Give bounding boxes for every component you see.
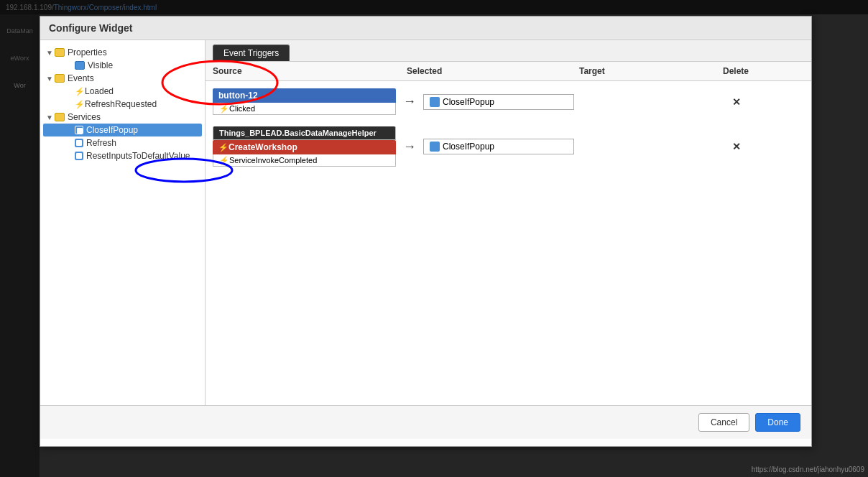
tree-label-refreshrequested: RefreshRequested: [85, 99, 157, 109]
source-header-things: Things_BPLEAD.BasicDataManageHelper: [213, 126, 396, 140]
folder-icon-properties: [55, 48, 65, 57]
event-group-2: Things_BPLEAD.BasicDataManageHelper ⚡ Cr…: [213, 126, 804, 167]
service-icon-closeifpopup: [75, 126, 83, 134]
tree-item-events[interactable]: ▼ Events: [43, 72, 202, 85]
source-box-1: button-12 ⚡ Clicked: [213, 88, 396, 115]
arrow-1: →: [403, 94, 416, 109]
selected-value-1: CloseIfPopup: [443, 97, 494, 107]
configure-widget-modal: Configure Widget ▼ Properties Visible ▼: [40, 16, 812, 447]
expander-events: ▼: [46, 75, 53, 83]
source-event-createworkshop: ⚡ CreateWorkshop: [213, 140, 396, 154]
tree-label-loaded: Loaded: [85, 86, 114, 96]
source-event-clicked: Clicked: [229, 104, 255, 113]
tree-label-events: Events: [68, 73, 94, 83]
tree-label-refresh-svc: Refresh: [86, 138, 116, 148]
tab-event-triggers[interactable]: Event Triggers: [213, 45, 290, 61]
event-row-2: Things_BPLEAD.BasicDataManageHelper ⚡ Cr…: [213, 126, 804, 167]
selected-value-2: CloseIfPopup: [443, 142, 494, 152]
service-icon-resetinputs: [75, 152, 83, 160]
event-row-1: button-12 ⚡ Clicked → CloseIfPopup: [213, 88, 804, 115]
table-header: Source Selected Target Delete: [206, 62, 811, 81]
tree-label-properties: Properties: [68, 47, 107, 57]
arrow-2: →: [403, 139, 416, 154]
modal-title: Configure Widget: [40, 17, 811, 40]
tree-label-resetinputs: ResetInputsToDefaultValue: [86, 151, 190, 161]
tree-label-visible: Visible: [88, 60, 113, 70]
expander-properties: ▼: [46, 49, 53, 57]
lightning-icon-loaded: ⚡: [75, 87, 82, 96]
tab-bar: Event Triggers: [206, 40, 811, 62]
source-event-serviceinvoke: ServiceInvokeCompleted: [229, 156, 317, 165]
selected-icon-2: [430, 142, 440, 152]
tree-item-refreshrequested[interactable]: ⚡ RefreshRequested: [43, 98, 202, 111]
content-panel: Event Triggers Source Selected Target De…: [206, 40, 811, 405]
lightning-icon-serviceinvoke: ⚡: [219, 156, 226, 165]
col-header-selected: Selected: [407, 66, 579, 76]
modal-footer: Cancel Done: [40, 405, 811, 439]
tree-panel: ▼ Properties Visible ▼ Events ⚡ Loaded: [40, 40, 206, 405]
col-header-target: Target: [579, 66, 723, 76]
tree-item-services[interactable]: ▼ Services: [43, 111, 202, 124]
tree-label-closeifpopup: CloseIfPopup: [86, 125, 138, 135]
cancel-button[interactable]: Cancel: [698, 413, 749, 432]
tree-item-visible[interactable]: Visible: [43, 59, 202, 72]
leaf-icon-visible: [75, 61, 85, 70]
delete-btn-2[interactable]: ✕: [732, 141, 741, 152]
source-sub-serviceinvoke: ⚡ ServiceInvokeCompleted: [213, 154, 396, 167]
selected-icon-1: [430, 97, 440, 107]
tree-item-loaded[interactable]: ⚡ Loaded: [43, 85, 202, 98]
col-header-source: Source: [213, 66, 407, 76]
tree-item-properties[interactable]: ▼ Properties: [43, 46, 202, 59]
source-box-2: Things_BPLEAD.BasicDataManageHelper ⚡ Cr…: [213, 126, 396, 167]
col-header-delete: Delete: [723, 66, 804, 76]
selected-box-2[interactable]: CloseIfPopup: [423, 139, 574, 154]
source-header-button12: button-12: [213, 88, 396, 103]
tree-item-resetinputs[interactable]: ResetInputsToDefaultValue: [43, 149, 202, 162]
lightning-icon-createworkshop: ⚡: [218, 143, 226, 152]
lightning-icon-refresh: ⚡: [75, 100, 82, 108]
folder-icon-events: [55, 74, 65, 83]
folder-icon-services: [55, 113, 65, 121]
event-group-1: button-12 ⚡ Clicked → CloseIfPopup: [213, 88, 804, 115]
lightning-icon-clicked: ⚡: [219, 104, 226, 113]
tree-item-closeifpopup[interactable]: CloseIfPopup: [43, 124, 202, 136]
tree-label-services: Services: [68, 112, 101, 122]
selected-box-1[interactable]: CloseIfPopup: [423, 94, 574, 110]
tree-item-refresh-svc[interactable]: Refresh: [43, 136, 202, 149]
delete-btn-1[interactable]: ✕: [732, 96, 741, 108]
expander-services: ▼: [46, 114, 53, 121]
modal-body: ▼ Properties Visible ▼ Events ⚡ Loaded: [40, 40, 811, 405]
source-sub-clicked: ⚡ Clicked: [213, 103, 396, 115]
service-icon-refresh: [75, 139, 83, 147]
done-button[interactable]: Done: [755, 413, 800, 432]
event-rows: button-12 ⚡ Clicked → CloseIfPopup: [206, 81, 811, 405]
